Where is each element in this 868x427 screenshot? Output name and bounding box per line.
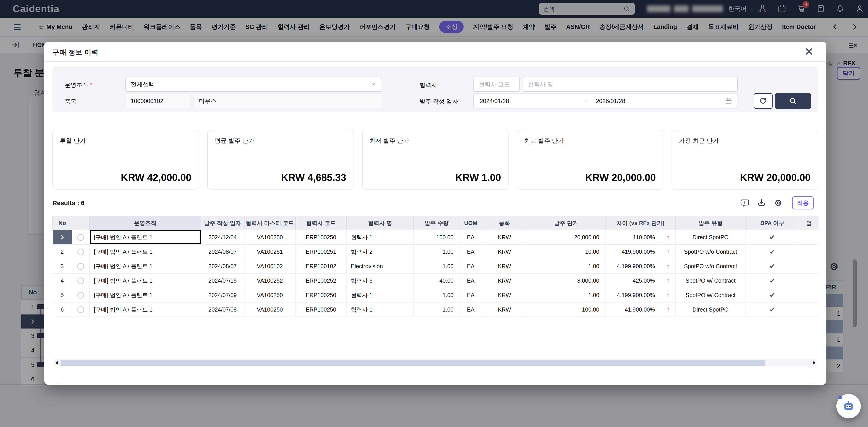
org-select-value: 전체선택 xyxy=(131,80,154,88)
cell-arrow: ↑ xyxy=(661,273,675,288)
cell-po_type: SpotPO w/ Contract xyxy=(675,273,745,288)
kpi-label: 평균 발주 단가 xyxy=(215,137,254,145)
bpa-checkmark-icon: ✔ xyxy=(770,263,775,270)
column-header-qty[interactable]: 발주 수량 xyxy=(413,216,460,230)
cell-po_type: SpotPO w/o Contract xyxy=(675,244,745,259)
cell-bpa: ✔ xyxy=(746,244,799,259)
cell-uom: EA xyxy=(460,244,482,259)
kpi-value: KRW 1.00 xyxy=(455,172,501,183)
column-header-po_type[interactable]: 발주 유형 xyxy=(675,216,745,230)
cell-arrow: ↑ xyxy=(661,302,675,317)
partner-name-input[interactable]: 협력사 명 xyxy=(523,77,738,92)
grid-settings-gear-icon[interactable] xyxy=(774,198,783,208)
cell-date: 2024/12/04 xyxy=(201,230,244,244)
column-header-extra[interactable]: 멀 xyxy=(799,216,819,230)
column-header-unit_price[interactable]: 발주 단가 xyxy=(527,216,605,230)
cell-arrow: ↑ xyxy=(661,288,675,302)
column-header-uom[interactable]: UOM xyxy=(460,216,482,230)
diff-up-arrow-icon: ↑ xyxy=(666,233,670,241)
org-label: 운영조직* xyxy=(65,81,92,89)
info-tooltip-icon[interactable] xyxy=(740,198,749,208)
cell-qty: 40.00 xyxy=(413,273,460,288)
cell-date: 2024/07/15 xyxy=(201,273,244,288)
column-header-partner_code[interactable]: 협력사 코드 xyxy=(296,216,346,230)
chatbot-button[interactable] xyxy=(836,394,861,419)
org-select[interactable]: 전체선택 xyxy=(125,77,382,92)
table-row[interactable]: [구매] 법인 A / 플랜트 12024/12/04VA100250ERP10… xyxy=(53,230,819,244)
cell-partner_code: ERP100102 xyxy=(296,259,346,273)
row-radio[interactable] xyxy=(77,263,84,270)
cell-diff: 4,199,900.00% xyxy=(605,288,661,302)
selected-row-chevron-icon xyxy=(53,230,72,244)
bpa-checkmark-icon: ✔ xyxy=(770,248,775,256)
cell-radio xyxy=(72,259,90,273)
required-mark: * xyxy=(90,81,92,89)
column-header-date[interactable]: 발주 작성 일자 xyxy=(201,216,244,230)
partner-label: 협력사 xyxy=(420,81,437,89)
table-row[interactable]: 5[구매] 법인 A / 플랜트 12024/07/09VA100250ERP1… xyxy=(53,288,819,302)
search-button[interactable] xyxy=(775,93,811,109)
cell-partner_name: Electrovision xyxy=(346,259,413,273)
cell-currency: KRW xyxy=(482,259,527,273)
kpi-value: KRW 20,000.00 xyxy=(585,172,656,183)
cell-po_type: Direct SpotPO xyxy=(675,302,745,317)
cell-currency: KRW xyxy=(482,273,527,288)
cell-partner_name: 협력사 1 xyxy=(346,230,413,244)
search-icon xyxy=(789,97,797,105)
column-header-org[interactable]: 운영조직 xyxy=(90,216,201,230)
scrollbar-thumb[interactable] xyxy=(61,360,765,366)
column-header-bpa[interactable]: BPA 여부 xyxy=(746,216,799,230)
table-row[interactable]: 4[구매] 법인 A / 플랜트 12024/07/15VA100252ERP1… xyxy=(53,273,819,288)
order-date-range-input[interactable]: 2024/01/28 ~ 2026/01/28 xyxy=(473,94,737,108)
cell-radio xyxy=(72,288,90,302)
cell-extra xyxy=(799,259,819,273)
column-header-partner_name[interactable]: 협력사 명 xyxy=(346,216,413,230)
grid-toolbar: 적용 xyxy=(740,196,814,209)
kpi-label: 최저 발주 단가 xyxy=(369,137,409,145)
column-header-diff[interactable]: 차이 (vs RFx 단가) xyxy=(605,216,675,230)
cell-unit_price: 10.00 xyxy=(527,244,605,259)
table-row[interactable]: 6[구매] 법인 A / 플랜트 12024/07/08VA100250ERP1… xyxy=(53,302,819,317)
close-icon[interactable] xyxy=(804,47,814,56)
cell-unit_price: 20,000.00 xyxy=(527,230,605,244)
table-row[interactable]: 3[구매] 법인 A / 플랜트 12024/08/07VA100102ERP1… xyxy=(53,259,819,273)
bpa-checkmark-icon: ✔ xyxy=(770,291,775,299)
scroll-left-arrow[interactable] xyxy=(55,361,58,365)
column-header-currency[interactable]: 통화 xyxy=(482,216,527,230)
kpi-card: 투찰 단가KRW 42,000.00 xyxy=(53,130,199,190)
cell-master_code: VA100250 xyxy=(244,302,296,317)
row-radio[interactable] xyxy=(77,277,84,284)
kpi-label: 최고 발주 단가 xyxy=(524,137,564,145)
refresh-icon xyxy=(759,97,767,105)
kpi-label: 가장 최근 단가 xyxy=(679,137,719,145)
cell-date: 2024/07/08 xyxy=(201,302,244,317)
row-radio[interactable] xyxy=(77,234,84,241)
calendar-icon[interactable] xyxy=(725,97,733,105)
cell-currency: KRW xyxy=(482,230,527,244)
row-radio[interactable] xyxy=(77,249,84,255)
cell-org: [구매] 법인 A / 플랜트 1 xyxy=(90,259,201,273)
cell-unit_price: 1.00 xyxy=(527,288,605,302)
cell-date: 2024/08/07 xyxy=(201,259,244,273)
download-icon[interactable] xyxy=(757,198,766,208)
cell-uom: EA xyxy=(460,302,482,317)
apply-button[interactable]: 적용 xyxy=(792,196,814,209)
grid-horizontal-scrollbar xyxy=(54,359,816,366)
reset-button[interactable] xyxy=(754,93,773,109)
cell-uom: EA xyxy=(460,230,482,244)
cell-extra xyxy=(799,230,819,244)
scroll-right-arrow[interactable] xyxy=(813,361,815,365)
table-row[interactable]: 2[구매] 법인 A / 플랜트 12024/08/07VA100251ERP1… xyxy=(53,244,819,259)
bpa-checkmark-icon: ✔ xyxy=(770,277,775,285)
cell-partner_code: ERP100250 xyxy=(296,288,346,302)
date-from-value: 2024/01/28 xyxy=(480,98,579,105)
partner-code-input[interactable]: 협력사 코드 xyxy=(473,77,520,92)
row-radio[interactable] xyxy=(77,306,84,313)
row-radio[interactable] xyxy=(77,292,84,299)
column-header-no[interactable]: No xyxy=(53,216,72,230)
cell-master_code: VA100252 xyxy=(244,273,296,288)
diff-up-arrow-icon: ↑ xyxy=(666,248,670,255)
cell-bpa: ✔ xyxy=(746,259,799,273)
column-header-master_code[interactable]: 협력사 마스터 코드 xyxy=(244,216,296,230)
column-header-radio[interactable] xyxy=(72,216,90,230)
